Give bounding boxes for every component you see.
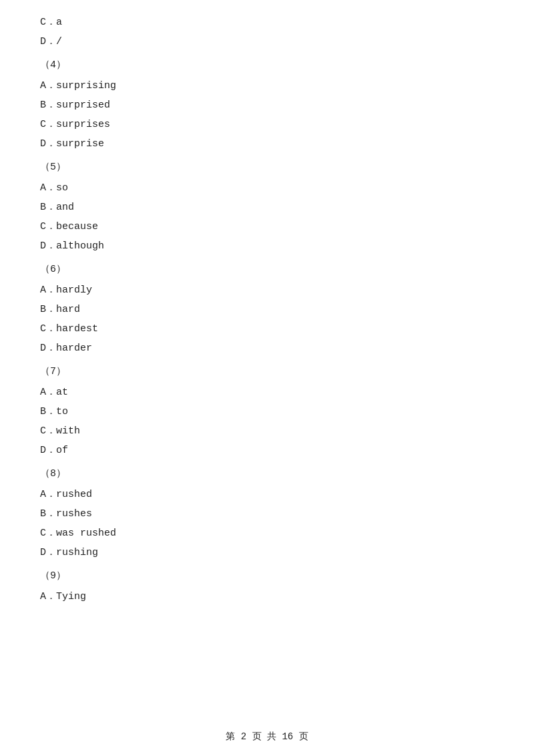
section-7-label: （7） [40, 363, 494, 381]
option-a-4: A．surprising [40, 77, 494, 95]
section-4-label: （4） [40, 56, 494, 74]
option-b-5: B．and [40, 198, 494, 216]
option-b-6: B．hard [40, 301, 494, 319]
option-c-a: C．a [40, 13, 494, 31]
page-content: C．a D．/ （4） A．surprising B．surprised C．s… [0, 0, 534, 647]
option-a-7: A．at [40, 383, 494, 401]
option-c-4: C．surprises [40, 116, 494, 134]
option-a-8: A．rushed [40, 486, 494, 504]
option-c-a-text: C．a [40, 17, 62, 28]
option-b-7: B．to [40, 403, 494, 421]
option-d-8: D．rushing [40, 544, 494, 562]
option-d-4: D．surprise [40, 135, 494, 153]
page-footer: 第 2 页 共 16 页 [0, 731, 534, 743]
option-d-6: D．harder [40, 339, 494, 357]
option-d-5: D．although [40, 237, 494, 255]
option-c-7: C．with [40, 422, 494, 440]
option-d-7: D．of [40, 441, 494, 459]
option-c-6: C．hardest [40, 320, 494, 338]
option-a-6: A．hardly [40, 281, 494, 299]
option-a-5: A．so [40, 179, 494, 197]
section-9-label: （9） [40, 567, 494, 585]
option-b-4: B．surprised [40, 96, 494, 114]
option-a-9: A．Tying [40, 588, 494, 606]
section-8-label: （8） [40, 465, 494, 483]
option-c-5: C．because [40, 218, 494, 236]
option-b-8: B．rushes [40, 505, 494, 523]
option-d-slash-text: D．/ [40, 36, 62, 47]
section-6-label: （6） [40, 260, 494, 278]
option-c-8: C．was rushed [40, 524, 494, 542]
option-d-slash: D．/ [40, 33, 494, 51]
section-5-label: （5） [40, 158, 494, 176]
